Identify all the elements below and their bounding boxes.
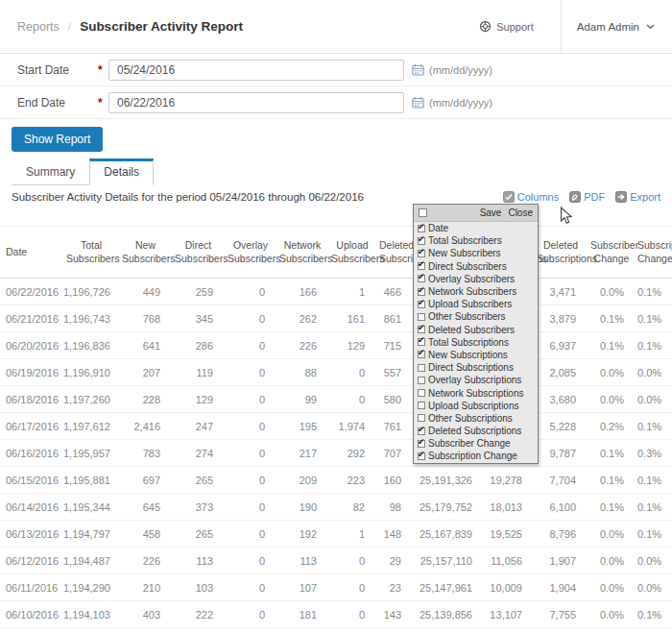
value-cell: 761 <box>376 413 413 440</box>
column-option[interactable]: Direct Subscribers <box>414 260 538 273</box>
pdf-icon <box>569 191 581 203</box>
value-cell: 148 <box>376 521 413 548</box>
checked-checkbox-icon[interactable] <box>418 351 425 358</box>
value-cell: 1,974 <box>328 413 376 440</box>
column-option[interactable]: Other Subscriptions <box>414 412 538 425</box>
start-date-input[interactable] <box>108 60 404 81</box>
checked-checkbox-icon[interactable] <box>418 250 425 257</box>
column-option[interactable]: Upload Subscribers <box>414 298 538 310</box>
column-header[interactable]: Network Subscribers <box>276 227 328 279</box>
unchecked-checkbox-icon[interactable] <box>418 414 425 422</box>
pdf-link[interactable]: PDF <box>569 191 605 203</box>
column-option-label: Subscriber Change <box>428 438 511 449</box>
unchecked-checkbox-icon[interactable] <box>418 402 425 409</box>
column-option[interactable]: Network Subscriptions <box>414 386 538 399</box>
column-header[interactable]: Subscriber Change <box>588 227 636 279</box>
date-cell: 06/13/2016 <box>0 521 63 548</box>
column-option[interactable]: Deleted Subscribers <box>414 324 538 336</box>
column-option[interactable]: Upload Subscriptions <box>414 400 538 412</box>
select-all-checkbox[interactable] <box>419 208 427 217</box>
unchecked-checkbox-icon[interactable] <box>418 313 425 321</box>
unchecked-checkbox-icon[interactable] <box>418 364 425 372</box>
column-option[interactable]: Other Subscribers <box>414 310 538 323</box>
page-title: Subscriber Activity Report <box>80 19 243 34</box>
column-header[interactable]: Deleted Subscriptions <box>534 227 588 279</box>
column-option[interactable]: New Subscriptions <box>414 349 538 361</box>
columns-link[interactable]: Columns <box>503 191 559 203</box>
column-header[interactable]: New Subscribers <box>119 227 172 279</box>
column-option[interactable]: Total Subscribers <box>414 234 538 247</box>
column-option[interactable]: Subscriber Change <box>414 437 538 450</box>
column-option[interactable]: Overlay Subscriptions <box>414 374 538 386</box>
value-cell: 11,056 <box>484 548 534 574</box>
value-cell: 0 <box>225 305 276 332</box>
user-menu[interactable]: Adam Admin <box>561 0 672 54</box>
value-cell: 3,680 <box>534 386 588 413</box>
column-option-label: Network Subscriptions <box>428 388 523 399</box>
checked-checkbox-icon[interactable] <box>418 301 425 308</box>
value-cell: 0 <box>225 386 276 413</box>
column-option[interactable]: Date <box>414 222 538 234</box>
value-cell: 9,787 <box>534 440 588 467</box>
unchecked-checkbox-icon[interactable] <box>418 389 425 397</box>
column-option-label: Other Subscriptions <box>428 413 513 424</box>
tab-summary[interactable]: Summary <box>12 158 89 185</box>
column-option[interactable]: Total Subscriptions <box>414 336 538 349</box>
value-cell: 0.1% <box>636 332 672 359</box>
checked-checkbox-icon[interactable] <box>418 262 425 270</box>
value-cell: 19,525 <box>484 521 534 548</box>
export-icon <box>615 191 627 203</box>
value-cell: 0 <box>328 359 376 386</box>
value-cell: 345 <box>172 305 225 332</box>
checked-checkbox-icon[interactable] <box>418 288 425 296</box>
value-cell: 0 <box>328 548 376 574</box>
value-cell: 18,013 <box>484 494 534 521</box>
value-cell: 113 <box>172 548 225 574</box>
support-link[interactable]: Support <box>479 0 534 54</box>
checked-checkbox-icon[interactable] <box>418 237 425 245</box>
checked-checkbox-icon[interactable] <box>418 225 425 232</box>
value-cell: 226 <box>276 332 328 359</box>
column-header[interactable]: Deleted Subscribers <box>376 227 413 279</box>
value-cell: 25,191,326 <box>413 467 484 494</box>
value-cell: 0 <box>328 601 376 628</box>
end-date-input[interactable] <box>108 92 404 113</box>
column-option[interactable]: Overlay Subscribers <box>414 273 538 285</box>
column-option[interactable]: Subscription Change <box>414 450 538 462</box>
breadcrumb[interactable]: Reports <box>17 20 60 34</box>
checked-checkbox-icon[interactable] <box>418 275 425 282</box>
date-cell: 06/15/2016 <box>0 467 63 494</box>
column-header[interactable]: Subscription Change <box>636 227 672 279</box>
save-button[interactable]: Save <box>480 207 502 218</box>
column-option[interactable]: Network Subscribers <box>414 285 538 298</box>
column-option[interactable]: Deleted Subscriptions <box>414 425 538 437</box>
value-cell: 0 <box>225 601 276 628</box>
calendar-icon[interactable] <box>412 63 424 76</box>
show-report-button[interactable]: Show Report <box>12 127 103 152</box>
checked-checkbox-icon[interactable] <box>418 427 425 435</box>
unchecked-checkbox-icon[interactable] <box>418 377 425 384</box>
calendar-icon[interactable] <box>412 96 424 109</box>
column-option[interactable]: New Subscribers <box>414 247 538 259</box>
column-header[interactable]: Upload Subscribers <box>328 227 376 279</box>
checked-checkbox-icon[interactable] <box>418 338 425 346</box>
column-option[interactable]: Direct Subscriptions <box>414 361 538 374</box>
value-cell: 25,139,856 <box>413 601 484 628</box>
columns-checkbox-icon <box>503 191 515 203</box>
column-header[interactable]: Overlay Subscribers <box>225 227 276 279</box>
column-option-label: Upload Subscriptions <box>428 401 519 411</box>
column-header[interactable]: Date <box>0 227 63 279</box>
column-header[interactable]: Direct Subscribers <box>172 227 225 279</box>
checked-checkbox-icon[interactable] <box>418 440 425 448</box>
export-link[interactable]: Export <box>615 191 660 203</box>
checked-checkbox-icon[interactable] <box>418 452 425 460</box>
value-cell: 557 <box>376 359 413 386</box>
checked-checkbox-icon[interactable] <box>418 326 425 333</box>
value-cell: 645 <box>119 494 172 521</box>
close-button[interactable]: Close <box>508 207 533 218</box>
value-cell: 768 <box>119 305 172 332</box>
column-header[interactable]: Total Subscribers <box>63 227 119 279</box>
tab-details[interactable]: Details <box>89 158 154 185</box>
value-cell: 0.0% <box>588 386 636 413</box>
table-row: 06/19/20161,196,91020711908805572,0850.0… <box>0 359 672 386</box>
